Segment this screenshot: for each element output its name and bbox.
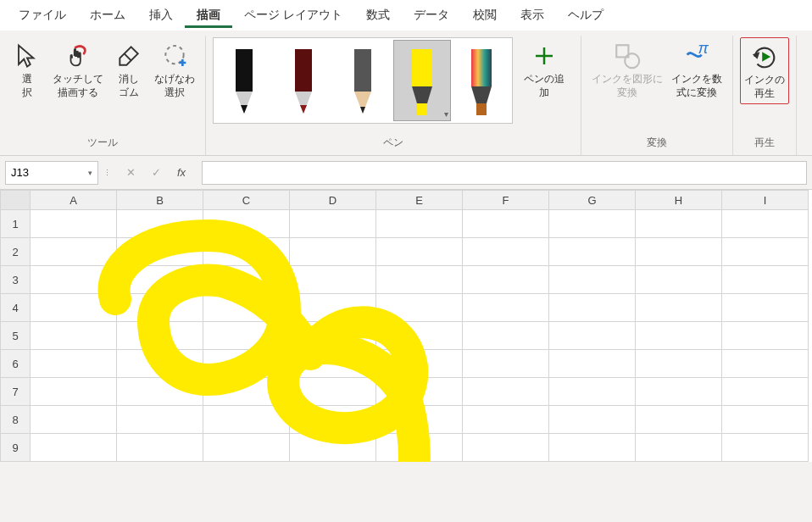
ink-replay-button[interactable]: インクの 再生 <box>740 37 789 104</box>
col-header[interactable]: H <box>636 190 722 210</box>
cell[interactable] <box>31 210 117 238</box>
row-header[interactable]: 7 <box>0 378 31 406</box>
menu-insert[interactable]: 挿入 <box>137 3 185 28</box>
col-header[interactable]: F <box>463 190 549 210</box>
cell[interactable] <box>636 238 722 266</box>
cell[interactable] <box>290 350 376 378</box>
cell[interactable] <box>636 378 722 406</box>
row-header[interactable]: 2 <box>0 238 31 266</box>
cell[interactable] <box>549 350 636 378</box>
check-icon[interactable]: ✓ <box>144 161 168 185</box>
cell[interactable] <box>549 322 636 350</box>
cell[interactable] <box>549 238 636 266</box>
cell[interactable] <box>31 406 117 434</box>
cell[interactable] <box>117 434 203 462</box>
cell[interactable] <box>117 294 203 322</box>
cell[interactable] <box>376 378 463 406</box>
cell[interactable] <box>203 378 290 406</box>
ink-to-math-button[interactable]: π インクを数 式に変換 <box>668 37 726 103</box>
cell[interactable] <box>117 210 203 238</box>
cell[interactable] <box>31 434 117 462</box>
cancel-icon[interactable]: ✕ <box>119 161 142 185</box>
name-box-expand[interactable]: ⋮ <box>103 169 110 177</box>
cell[interactable] <box>376 238 463 266</box>
eraser-button[interactable]: 消し ゴム <box>108 37 149 103</box>
cell[interactable] <box>636 406 722 434</box>
cell[interactable] <box>636 266 722 294</box>
cell[interactable] <box>203 210 290 238</box>
cell[interactable] <box>203 266 290 294</box>
cell[interactable] <box>636 434 722 462</box>
menu-file[interactable]: ファイル <box>7 3 78 28</box>
cell[interactable] <box>376 434 463 462</box>
cell[interactable] <box>463 406 549 434</box>
cell[interactable] <box>117 266 203 294</box>
formula-input[interactable] <box>202 161 807 185</box>
cell[interactable] <box>463 434 549 462</box>
col-header[interactable]: I <box>722 190 809 210</box>
cell[interactable] <box>376 406 463 434</box>
select-all-corner[interactable] <box>0 190 31 210</box>
cell[interactable] <box>117 406 203 434</box>
pencil-gray[interactable] <box>334 40 392 121</box>
select-button[interactable]: 選 択 <box>7 37 47 103</box>
menu-home[interactable]: ホーム <box>78 3 137 28</box>
lasso-button[interactable]: なげなわ 選択 <box>151 37 198 103</box>
menu-draw[interactable]: 描画 <box>185 3 232 28</box>
pen-black[interactable] <box>215 40 273 121</box>
cell[interactable] <box>31 322 117 350</box>
cell[interactable] <box>203 350 290 378</box>
cell[interactable] <box>722 434 809 462</box>
cell[interactable] <box>636 350 722 378</box>
col-header[interactable]: B <box>117 190 203 210</box>
cell[interactable] <box>31 294 117 322</box>
row-header[interactable]: 3 <box>0 266 31 294</box>
col-header[interactable]: G <box>549 190 636 210</box>
cell[interactable] <box>722 322 809 350</box>
fx-icon[interactable]: fx <box>170 161 193 185</box>
highlighter-rainbow[interactable] <box>453 40 510 121</box>
menu-help[interactable]: ヘルプ <box>556 3 615 28</box>
cell[interactable] <box>549 294 636 322</box>
cell[interactable] <box>549 406 636 434</box>
highlighter-yellow[interactable]: ▾ <box>393 40 451 121</box>
row-header[interactable]: 8 <box>0 406 31 434</box>
ink-to-shape-button[interactable]: インクを図形に 変換 <box>588 37 666 103</box>
cell[interactable] <box>203 322 290 350</box>
cell[interactable] <box>290 406 376 434</box>
cell[interactable] <box>722 350 809 378</box>
add-pen-button[interactable]: ペンの追 加 <box>514 37 574 103</box>
cell[interactable] <box>290 238 376 266</box>
touch-draw-button[interactable]: タッチして 描画する <box>49 37 107 103</box>
cell[interactable] <box>290 294 376 322</box>
cell[interactable] <box>117 350 203 378</box>
cell[interactable] <box>722 266 809 294</box>
col-header[interactable]: A <box>31 190 117 210</box>
cell[interactable] <box>376 350 463 378</box>
cell[interactable] <box>463 238 549 266</box>
cell[interactable] <box>549 266 636 294</box>
cell[interactable] <box>636 322 722 350</box>
cell[interactable] <box>290 266 376 294</box>
menu-data[interactable]: データ <box>402 3 461 28</box>
cell[interactable] <box>463 210 549 238</box>
cell[interactable] <box>549 210 636 238</box>
cell[interactable] <box>463 350 549 378</box>
cell[interactable] <box>376 294 463 322</box>
row-header[interactable]: 4 <box>0 294 31 322</box>
name-box[interactable]: J13 <box>5 161 98 185</box>
cell[interactable] <box>290 378 376 406</box>
cell[interactable] <box>376 266 463 294</box>
cell[interactable] <box>290 322 376 350</box>
cell[interactable] <box>203 406 290 434</box>
row-header[interactable]: 1 <box>0 210 31 238</box>
cell[interactable] <box>31 238 117 266</box>
cell[interactable] <box>31 266 117 294</box>
menu-formulas[interactable]: 数式 <box>354 3 402 28</box>
cell[interactable] <box>722 294 809 322</box>
row-header[interactable]: 5 <box>0 322 31 350</box>
col-header[interactable]: C <box>203 190 290 210</box>
cell[interactable] <box>636 210 722 238</box>
cell[interactable] <box>31 350 117 378</box>
cell[interactable] <box>117 378 203 406</box>
